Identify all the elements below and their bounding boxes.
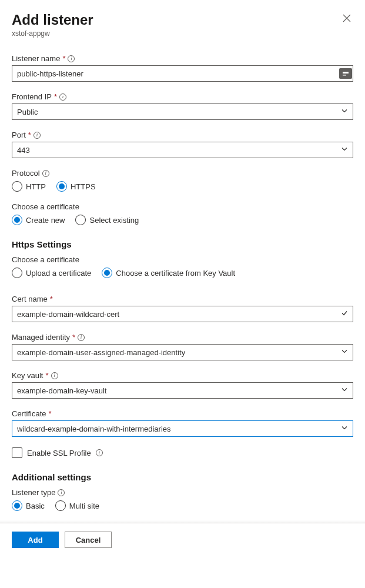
listener-name-input-wrap	[12, 65, 353, 82]
protocol-field: Protocol i HTTP HTTPS	[12, 169, 353, 192]
info-icon[interactable]: i	[59, 93, 66, 101]
protocol-radio-group: HTTP HTTPS	[12, 181, 353, 192]
cert-name-field: Cert name * example-domain-wildcard-cert	[12, 295, 353, 322]
key-vault-select[interactable]: example-domain-key-vault	[12, 382, 353, 399]
label-text: Managed identity	[12, 333, 70, 342]
chevron-down-icon	[341, 386, 348, 395]
info-icon[interactable]: i	[68, 55, 75, 62]
select-value: Public	[17, 108, 38, 116]
add-button[interactable]: Add	[12, 532, 59, 548]
info-icon[interactable]: i	[78, 334, 85, 341]
radio-label: HTTP	[26, 182, 46, 191]
radio-icon	[75, 215, 86, 225]
svg-rect-0	[343, 72, 349, 74]
label-text: Cert name	[12, 295, 48, 303]
label-text: Listener name	[12, 54, 60, 63]
info-icon[interactable]: i	[58, 489, 65, 496]
frontend-ip-field: Frontend IP * i Public	[12, 92, 353, 120]
listener-type-label: Listener type i	[12, 488, 353, 497]
close-icon	[343, 15, 351, 24]
radio-label: Upload a certificate	[26, 269, 91, 278]
label-text: Key vault	[12, 371, 43, 380]
radio-label: Select existing	[89, 216, 139, 225]
certificate-label: Certificate *	[12, 409, 353, 418]
info-icon[interactable]: i	[96, 449, 103, 456]
listener-name-label: Listener name * i	[12, 54, 353, 63]
choose-cert-field: Choose a certificate Create new Select e…	[12, 202, 353, 225]
close-button[interactable]	[340, 12, 353, 26]
radio-label: Multi site	[69, 502, 99, 510]
radio-icon	[12, 215, 22, 225]
radio-label: Choose a certificate from Key Vault	[116, 269, 235, 278]
label-text: Port	[12, 131, 26, 139]
radio-icon	[55, 500, 66, 511]
radio-icon	[12, 268, 22, 278]
required-indicator: *	[62, 54, 65, 63]
certificate-field: Certificate * wildcard-example-domain-wi…	[12, 409, 353, 437]
choose-cert2-field: Choose a certificate Upload a certificat…	[12, 255, 353, 278]
listener-type-radio-group: Basic Multi site	[12, 500, 353, 511]
https-settings-title: Https Settings	[12, 239, 353, 249]
protocol-http-radio[interactable]: HTTP	[12, 181, 46, 192]
select-value: example-domain-user-assigned-managed-ide…	[17, 348, 185, 357]
label-text: Choose a certificate	[12, 202, 79, 211]
info-icon[interactable]: i	[42, 170, 49, 177]
label-text: Choose a certificate	[12, 255, 79, 264]
frontend-ip-label: Frontend IP * i	[12, 92, 353, 101]
managed-identity-field: Managed identity * i example-domain-user…	[12, 333, 353, 360]
panel-footer: Add Cancel	[0, 523, 365, 556]
ssl-profile-label: Enable SSL Profile	[27, 449, 91, 457]
required-indicator: *	[50, 295, 53, 303]
additional-settings-title: Additional settings	[12, 472, 353, 482]
label-text: Listener type	[12, 488, 55, 497]
chevron-down-icon	[341, 146, 348, 155]
port-field: Port * i 443	[12, 131, 353, 158]
chevron-down-icon	[341, 425, 348, 433]
info-icon[interactable]: i	[51, 372, 58, 379]
listener-type-basic-radio[interactable]: Basic	[12, 500, 45, 511]
add-listener-panel: Add listener xstof-appgw Listener name *…	[0, 0, 365, 523]
listener-name-field: Listener name * i	[12, 54, 353, 82]
select-value: 443	[17, 146, 30, 155]
radio-icon	[102, 268, 112, 278]
listener-type-multi-radio[interactable]: Multi site	[55, 500, 99, 511]
select-existing-radio[interactable]: Select existing	[75, 215, 139, 225]
ssl-profile-row: Enable SSL Profile i	[12, 447, 353, 458]
select-value: wildcard-example-domain-with-intermediar…	[17, 425, 171, 433]
keyvault-cert-radio[interactable]: Choose a certificate from Key Vault	[102, 268, 235, 278]
required-indicator: *	[45, 371, 48, 380]
managed-identity-label: Managed identity * i	[12, 333, 353, 342]
required-indicator: *	[49, 409, 52, 418]
upload-cert-radio[interactable]: Upload a certificate	[12, 268, 91, 278]
label-text: Protocol	[12, 169, 40, 178]
radio-icon	[56, 181, 67, 192]
key-vault-label: Key vault * i	[12, 371, 353, 380]
chevron-down-icon	[341, 348, 348, 357]
info-icon[interactable]: i	[34, 132, 41, 139]
title-block: Add listener xstof-appgw	[12, 12, 93, 38]
autofill-icon[interactable]	[339, 68, 352, 79]
ssl-profile-checkbox[interactable]	[12, 447, 22, 458]
frontend-ip-select[interactable]: Public	[12, 103, 353, 120]
managed-identity-select[interactable]: example-domain-user-assigned-managed-ide…	[12, 344, 353, 360]
radio-icon	[12, 181, 22, 192]
radio-icon	[12, 500, 22, 511]
port-select[interactable]: 443	[12, 142, 353, 158]
choose-cert2-label: Choose a certificate	[12, 255, 353, 264]
certificate-select[interactable]: wildcard-example-domain-with-intermediar…	[12, 420, 353, 437]
listener-name-input[interactable]	[12, 65, 353, 82]
svg-rect-1	[343, 75, 346, 76]
protocol-label: Protocol i	[12, 169, 353, 178]
protocol-https-radio[interactable]: HTTPS	[56, 181, 96, 192]
radio-label: Basic	[26, 502, 45, 510]
panel-header: Add listener xstof-appgw	[12, 12, 353, 38]
required-indicator: *	[72, 333, 75, 342]
radio-label: HTTPS	[71, 182, 96, 191]
cancel-button[interactable]: Cancel	[65, 532, 112, 548]
cert-name-select[interactable]: example-domain-wildcard-cert	[12, 306, 353, 322]
select-value: example-domain-key-vault	[17, 386, 106, 395]
checkmark-icon	[341, 310, 348, 319]
create-new-radio[interactable]: Create new	[12, 215, 65, 225]
required-indicator: *	[54, 92, 57, 101]
label-text: Certificate	[12, 409, 46, 418]
